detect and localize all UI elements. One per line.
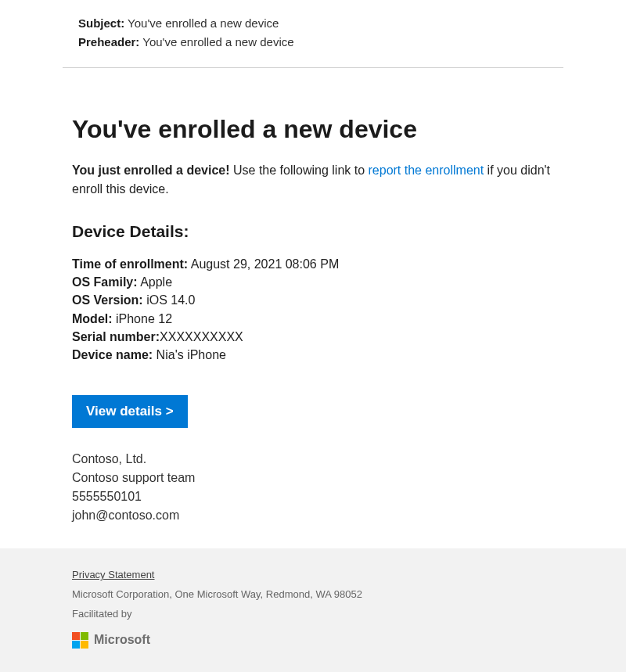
microsoft-logo: Microsoft: [72, 628, 554, 652]
contact-team: Contoso support team: [72, 469, 554, 487]
contact-block: Contoso, Ltd. Contoso support team 55555…: [72, 450, 554, 525]
detail-serial: Serial number:XXXXXXXXXX: [72, 328, 554, 346]
detail-model: Model: iPhone 12: [72, 310, 554, 328]
preheader-row: Preheader: You've enrolled a new device: [78, 33, 548, 52]
email-meta-header: Subject: You've enrolled a new device Pr…: [0, 0, 626, 61]
detail-os-version: OS Version: iOS 14.0: [72, 291, 554, 309]
footer: Privacy Statement Microsoft Corporation,…: [0, 548, 626, 672]
contact-company: Contoso, Ltd.: [72, 450, 554, 469]
subject-value: You've enrolled a new device: [128, 16, 279, 30]
email-body: You've enrolled a new device You just en…: [0, 68, 626, 548]
report-enrollment-link[interactable]: report the enrollment: [369, 164, 484, 177]
microsoft-squares-icon: [72, 632, 88, 649]
subject-row: Subject: You've enrolled a new device: [78, 14, 548, 33]
detail-time: Time of enrollment: August 29, 2021 08:0…: [72, 255, 554, 273]
preheader-label: Preheader:: [78, 35, 139, 49]
footer-facilitated: Facilitated by: [72, 605, 554, 624]
contact-phone: 5555550101: [72, 487, 554, 506]
contact-email: john@contoso.com: [72, 506, 554, 525]
intro-before-link: Use the following link to: [230, 164, 369, 177]
detail-os-family: OS Family: Apple: [72, 273, 554, 291]
detail-device-name: Device name: Nia's iPhone: [72, 346, 554, 364]
microsoft-brand-text: Microsoft: [94, 628, 150, 652]
privacy-statement-link[interactable]: Privacy Statement: [72, 569, 155, 580]
device-details-heading: Device Details:: [72, 222, 554, 241]
intro-strong: You just enrolled a device!: [72, 164, 230, 177]
intro-paragraph: You just enrolled a device! Use the foll…: [72, 161, 554, 199]
footer-address: Microsoft Corporation, One Microsoft Way…: [72, 585, 554, 605]
view-details-button[interactable]: View details >: [72, 395, 188, 428]
preheader-value: You've enrolled a new device: [142, 35, 293, 49]
page-title: You've enrolled a new device: [72, 115, 554, 144]
subject-label: Subject:: [78, 16, 124, 30]
device-details-list: Time of enrollment: August 29, 2021 08:0…: [72, 255, 554, 364]
